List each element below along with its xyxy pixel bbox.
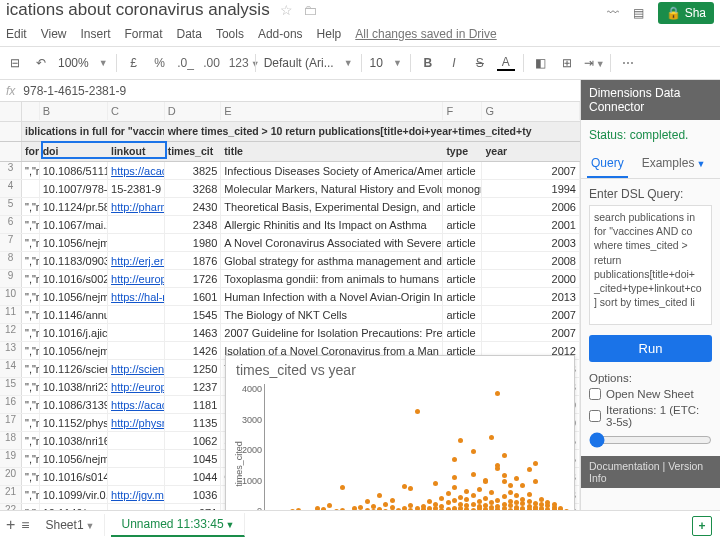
more-icon[interactable]: ⋯ bbox=[619, 56, 637, 70]
currency-percent-icon[interactable]: % bbox=[151, 56, 169, 70]
currency-pound-icon[interactable]: £ bbox=[125, 56, 143, 70]
chart-plot-area bbox=[264, 384, 564, 510]
opt-iterations[interactable]: Iterations: 1 (ETC: 3-5s) bbox=[589, 404, 712, 428]
column-headers[interactable]: B C D E F G bbox=[0, 102, 580, 122]
textcolor-icon[interactable]: A bbox=[497, 55, 515, 71]
iterations-slider[interactable] bbox=[589, 432, 712, 448]
table-row[interactable]: 9 ","nan 10.1016/s0020-7 http://europepm… bbox=[0, 270, 580, 288]
table-row[interactable]: 11 ","nan 10.1146/annurev.immunol.25.022… bbox=[0, 306, 580, 324]
strike-icon[interactable]: S bbox=[471, 56, 489, 70]
table-row[interactable]: 5 ","nan 10.1124/pr.58.3. http://pharmre… bbox=[0, 198, 580, 216]
formula-bar[interactable]: fx978-1-4615-2381-9 bbox=[0, 80, 580, 102]
header-row-2[interactable]: for doi linkout times_cit title type yea… bbox=[0, 142, 580, 162]
borders-icon[interactable]: ⊞ bbox=[558, 56, 576, 70]
sheet-tab-2[interactable]: Unnamed 11:33:45▼ bbox=[111, 513, 245, 537]
merge-icon[interactable]: ⇥▼ bbox=[584, 56, 602, 70]
panel-tabs: Query Examples▼ bbox=[581, 150, 720, 179]
table-row[interactable]: 8 ","nan 10.1183/0903193 http://erj.ersj… bbox=[0, 252, 580, 270]
chart-title: times_cited vs year bbox=[226, 356, 574, 384]
font-select[interactable]: Default (Ari... bbox=[264, 56, 334, 70]
header-row-1[interactable]: iblications in full_data for "vaccines A… bbox=[0, 122, 580, 142]
panel-status: Status: completed. bbox=[581, 120, 720, 150]
lock-icon: 🔒 bbox=[666, 6, 681, 20]
menu-insert[interactable]: Insert bbox=[80, 27, 110, 41]
decimal-inc-icon[interactable]: .00 bbox=[203, 56, 221, 70]
tab-query[interactable]: Query bbox=[587, 150, 628, 178]
spreadsheet[interactable]: fx978-1-4615-2381-9 B C D E F G iblicati… bbox=[0, 80, 580, 510]
opt-open-new-sheet[interactable]: Open New Sheet bbox=[589, 388, 712, 400]
comment-icon[interactable]: ▤ bbox=[633, 6, 644, 20]
options-label: Options: bbox=[589, 372, 712, 384]
bold-icon[interactable]: B bbox=[419, 56, 437, 70]
trend-icon[interactable]: 〰 bbox=[607, 6, 619, 20]
table-row[interactable]: 4 10.1007/978-1-46 15-2381-9 3268 Molecu… bbox=[0, 180, 580, 198]
zoom-select[interactable]: 100% bbox=[58, 56, 89, 70]
add-sheet-icon[interactable]: + bbox=[6, 516, 15, 534]
fill-icon[interactable]: ◧ bbox=[532, 56, 550, 70]
query-textarea[interactable]: search publications in for "vaccines AND… bbox=[589, 205, 712, 325]
star-icon[interactable]: ☆ bbox=[280, 2, 293, 18]
menu-data[interactable]: Data bbox=[177, 27, 202, 41]
save-status: All changes saved in Drive bbox=[355, 27, 496, 41]
table-row[interactable]: 6 ","nan 10.1067/mai.2001.118891 2348 Al… bbox=[0, 216, 580, 234]
share-button[interactable]: 🔒 Sha bbox=[658, 2, 714, 24]
explore-button[interactable]: + bbox=[692, 516, 712, 536]
menu-view[interactable]: View bbox=[41, 27, 67, 41]
decimal-dec-icon[interactable]: .0_ bbox=[177, 56, 195, 70]
table-row[interactable]: 3 ","nan 10.1086/511159 https://academic… bbox=[0, 162, 580, 180]
panel-footer[interactable]: Documentation | Version Info bbox=[581, 456, 720, 488]
query-label: Enter DSL Query: bbox=[581, 179, 720, 205]
format-123-icon[interactable]: 123▼ bbox=[229, 56, 247, 70]
side-panel: Dimensions Data Connector Status: comple… bbox=[580, 80, 720, 510]
tab-examples[interactable]: Examples▼ bbox=[638, 150, 710, 178]
sheet-tab-bar: + ≡ Sheet1▼ Unnamed 11:33:45▼ + bbox=[0, 510, 720, 538]
menu-addons[interactable]: Add-ons bbox=[258, 27, 303, 41]
run-button[interactable]: Run bbox=[589, 335, 712, 362]
table-row[interactable]: 10 ","nan 10.1056/nejmoa1 https://hal-ri… bbox=[0, 288, 580, 306]
folder-icon[interactable]: 🗀 bbox=[303, 2, 317, 18]
table-row[interactable]: 12 ","nan 10.1016/j.ajic.2007.10.007 146… bbox=[0, 324, 580, 342]
italic-icon[interactable]: I bbox=[445, 56, 463, 70]
fontsize-select[interactable]: 10 bbox=[370, 56, 383, 70]
menu-bar: Edit View Insert Format Data Tools Add-o… bbox=[0, 22, 720, 46]
menu-help[interactable]: Help bbox=[317, 27, 342, 41]
menu-tools[interactable]: Tools bbox=[216, 27, 244, 41]
panel-title: Dimensions Data Connector bbox=[581, 80, 720, 120]
chart[interactable]: times_cited vs year times_cited 40003000… bbox=[225, 355, 575, 510]
menu-edit[interactable]: Edit bbox=[6, 27, 27, 41]
sheet-tab-1[interactable]: Sheet1▼ bbox=[36, 514, 106, 536]
chart-yticks: 40003000200010000 bbox=[232, 384, 262, 510]
table-row[interactable]: 7 ","nan 10.1056/nejmoa030781 1980 A Nov… bbox=[0, 234, 580, 252]
menu-format[interactable]: Format bbox=[125, 27, 163, 41]
all-sheets-icon[interactable]: ≡ bbox=[21, 517, 29, 533]
undo-icon[interactable]: ↶ bbox=[32, 56, 50, 70]
print-icon[interactable]: ⊟ bbox=[6, 56, 24, 70]
doc-title[interactable]: ications about coronavirus analysis bbox=[6, 0, 270, 20]
toolbar: ⊟ ↶ 100%▼ £ % .0_ .00 123▼ Default (Ari.… bbox=[0, 46, 720, 80]
